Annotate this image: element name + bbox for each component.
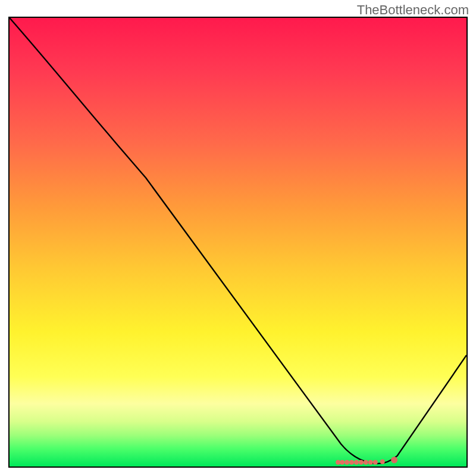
bottleneck-curve <box>10 18 466 464</box>
plot-area <box>8 17 468 468</box>
svg-point-9 <box>380 459 385 464</box>
svg-point-5 <box>359 460 364 465</box>
svg-point-6 <box>364 460 368 465</box>
svg-point-3 <box>349 460 354 465</box>
svg-point-7 <box>368 460 373 465</box>
svg-point-1 <box>340 460 345 465</box>
watermark-text: TheBottleneck.com <box>357 2 469 18</box>
svg-point-2 <box>345 460 349 465</box>
svg-point-0 <box>336 460 340 465</box>
svg-point-8 <box>373 460 378 465</box>
svg-point-4 <box>354 460 359 465</box>
chart-curve-svg <box>10 18 466 466</box>
svg-point-10 <box>391 457 397 464</box>
